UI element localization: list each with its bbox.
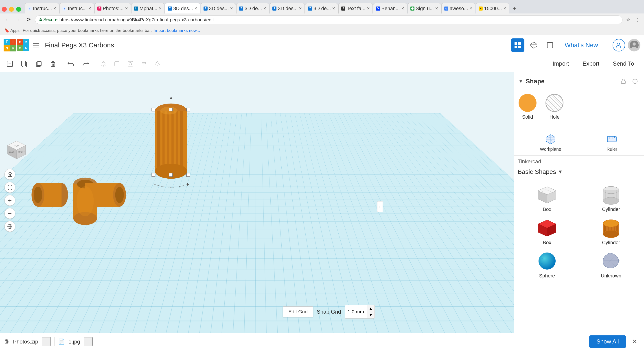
tab-instruc-2[interactable]: i Instruc... ✕ <box>60 3 94 14</box>
selection-handle-tl[interactable] <box>152 108 155 111</box>
tab-behance[interactable]: Be Behan... ✕ <box>373 3 407 14</box>
selection-handle-bl[interactable] <box>152 173 155 177</box>
new-shape-btn[interactable] <box>4 58 16 70</box>
tab-3ddes-3[interactable]: T 3D des... ✕ <box>270 3 305 14</box>
main-content-area: TOP RIGHT BACK <box>0 72 644 341</box>
shape-lock-btn[interactable] <box>619 77 628 86</box>
snap-grid-stepper[interactable]: 1.0 mm ▲ ▼ <box>345 305 375 318</box>
file1-name: Photos.zip <box>13 338 38 345</box>
shape-item-box-gray[interactable]: Box <box>518 185 576 212</box>
grid-view-btn[interactable] <box>511 38 524 52</box>
whats-new-btn[interactable]: What's New <box>560 39 604 51</box>
tab-close-6[interactable]: ✕ <box>230 6 233 11</box>
shape-panel-collapse-btn[interactable]: ▼ <box>518 79 523 84</box>
selection-handle-br[interactable] <box>186 173 190 177</box>
panel-collapse-arrow[interactable]: › <box>377 201 382 212</box>
zoom-in-btn[interactable] <box>4 195 15 206</box>
shape-outline-btn[interactable] <box>110 58 123 70</box>
export-view-btn[interactable] <box>543 38 557 52</box>
align-btn[interactable] <box>138 58 150 70</box>
library-dropdown-btn[interactable]: ▼ <box>558 169 563 175</box>
tab-photos[interactable]: P Photos:... ✕ <box>94 3 131 14</box>
tab-3ddes-2[interactable]: T 3D de... ✕ <box>236 3 269 14</box>
export-btn[interactable]: Export <box>576 58 606 69</box>
file2-more-btn[interactable]: ··· <box>84 337 93 346</box>
tab-close-8[interactable]: ✕ <box>299 6 302 11</box>
send-to-btn[interactable]: Send To <box>606 58 640 69</box>
canvas-3d[interactable]: TOP RIGHT BACK <box>0 72 514 341</box>
selection-handle-tr[interactable] <box>186 108 190 111</box>
light-btn[interactable] <box>97 58 110 70</box>
tab-close-9[interactable]: ✕ <box>332 6 335 11</box>
forward-btn[interactable]: → <box>14 15 22 24</box>
delete-btn[interactable] <box>47 58 59 70</box>
tab-close-13[interactable]: ✕ <box>470 6 472 11</box>
reload-btn[interactable]: ⟳ <box>24 15 33 24</box>
minimize-window-btn[interactable] <box>9 7 14 12</box>
tab-text[interactable]: T Text fa... ✕ <box>338 3 372 14</box>
shape-item-cylinder-gray[interactable]: Cylinder <box>582 185 641 212</box>
view-orientation-btn[interactable] <box>151 58 164 70</box>
copy-btn[interactable] <box>18 58 30 70</box>
tab-close-14[interactable]: ✕ <box>503 6 506 11</box>
tab-score[interactable]: ★ 15000... ✕ <box>476 3 509 14</box>
tab-3ddes-4[interactable]: T 3D de... ✕ <box>305 3 338 14</box>
add-user-btn[interactable] <box>612 39 625 51</box>
tab-close-5[interactable]: ✕ <box>194 6 197 11</box>
close-window-btn[interactable] <box>2 7 7 12</box>
bookmark-icon[interactable]: ☆ <box>624 16 632 24</box>
tab-close-4[interactable]: ✕ <box>159 6 162 11</box>
tab-close-1[interactable]: ✕ <box>53 6 56 11</box>
fullscreen-window-btn[interactable] <box>16 7 21 12</box>
redo-btn[interactable] <box>79 58 92 70</box>
snap-decrease-btn[interactable]: ▼ <box>367 312 374 318</box>
import-btn[interactable]: Import <box>546 58 575 69</box>
undo-btn[interactable] <box>65 58 78 70</box>
shape-item-sphere-blue[interactable]: Sphere <box>518 251 576 279</box>
shape-item-cylinder-orange[interactable]: Cylinder <box>582 218 641 246</box>
scene-svg <box>0 72 514 341</box>
file1-more-btn[interactable]: ··· <box>42 337 51 346</box>
tab-close-11[interactable]: ✕ <box>401 6 404 11</box>
tab-close-3[interactable]: ✕ <box>125 6 128 11</box>
workplane-btn[interactable]: Workplane <box>540 133 561 152</box>
camera-perspective-btn[interactable] <box>4 221 15 232</box>
ruler-btn[interactable]: Ruler <box>606 133 618 152</box>
tab-close-12[interactable]: ✕ <box>435 6 438 11</box>
zoom-out-btn[interactable] <box>4 208 15 219</box>
snap-increase-btn[interactable]: ▲ <box>367 305 374 312</box>
right-panel: ▼ Shape Solid Hole <box>514 72 644 341</box>
user-avatar[interactable] <box>628 39 640 51</box>
show-all-btn[interactable]: Show All <box>589 335 626 348</box>
view-cube[interactable]: TOP RIGHT BACK <box>6 140 28 162</box>
tab-close-2[interactable]: ✕ <box>88 6 91 11</box>
tab-signin[interactable]: Sign u... ✕ <box>408 3 441 14</box>
menu-hamburger-btn[interactable] <box>30 39 42 51</box>
more-options-icon[interactable]: ⋮ <box>633 16 641 24</box>
address-bar[interactable]: Secure https://www.tinkercad.com/things/… <box>35 16 622 24</box>
solid-option[interactable]: Solid <box>518 94 536 120</box>
home-view-btn[interactable] <box>4 169 15 180</box>
tab-instruc-1[interactable]: i Instruc... ✕ <box>25 3 59 14</box>
hole-option[interactable]: Hole <box>546 94 564 120</box>
tab-tinkercad-active[interactable]: T 3D des... ✕ <box>165 3 200 14</box>
shape-item-organic[interactable]: Unknown <box>582 251 641 279</box>
shape-info-btn[interactable] <box>630 77 640 86</box>
back-btn[interactable]: ← <box>3 15 12 24</box>
tab-close-7[interactable]: ✕ <box>263 6 266 11</box>
tinkercad-logo[interactable]: T I N K <box>4 39 16 51</box>
shape-item-box-red[interactable]: Box <box>518 218 576 246</box>
new-tab-btn[interactable]: + <box>510 6 518 14</box>
selection-handle-top[interactable] <box>169 108 172 111</box>
duplicate-btn[interactable] <box>32 58 45 70</box>
tab-linkedin[interactable]: in Mphat... ✕ <box>131 3 164 14</box>
close-bottom-btn[interactable]: ✕ <box>630 337 640 347</box>
selection-handle-bottom[interactable] <box>169 173 172 177</box>
edit-grid-btn[interactable]: Edit Grid <box>283 306 313 317</box>
tab-awesome[interactable]: G aweso... ✕ <box>442 3 475 14</box>
fit-all-btn[interactable] <box>4 182 15 193</box>
tab-close-10[interactable]: ✕ <box>367 6 370 11</box>
camera-btn[interactable] <box>124 58 137 70</box>
tab-3ddes-1[interactable]: T 3D des... ✕ <box>200 3 236 14</box>
3d-view-btn[interactable] <box>527 38 540 52</box>
